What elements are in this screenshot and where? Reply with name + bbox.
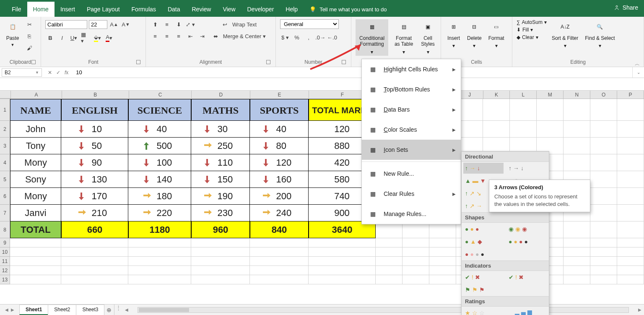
cell-value[interactable]: 210 <box>61 205 128 221</box>
cell-styles-button[interactable]: ▣ Cell Styles ▾ <box>419 19 436 56</box>
col-header-L[interactable]: L <box>510 91 537 99</box>
iconset-3-stars[interactable]: ★☆☆ <box>463 307 504 315</box>
cell[interactable] <box>590 266 617 275</box>
cell[interactable] <box>617 247 644 257</box>
cell-value[interactable]: 160 <box>250 171 309 188</box>
cell[interactable] <box>376 266 402 275</box>
iconset-3-flags[interactable]: ⚑⚑⚑ <box>463 284 504 295</box>
cell-total-col[interactable]: 960 <box>191 221 250 238</box>
share-button[interactable]: Share <box>613 4 638 11</box>
cell-value[interactable]: 100 <box>128 154 191 171</box>
cell[interactable] <box>309 275 376 284</box>
cell[interactable] <box>376 257 402 266</box>
find-select-button[interactable]: 🔍Find & Select ▾ <box>583 19 616 50</box>
cell[interactable] <box>128 266 191 275</box>
cf-manage-rules[interactable]: ▦Manage Rules... <box>362 204 461 224</box>
accounting-format-button[interactable]: $ ▾ <box>280 32 290 42</box>
iconset-3-arrows-colored[interactable]: ↑→↓ <box>463 163 504 174</box>
cell[interactable] <box>250 266 309 275</box>
cell-value[interactable]: 170 <box>61 188 128 205</box>
font-dialog-launcher[interactable] <box>136 60 140 64</box>
alignment-dialog-launcher[interactable] <box>266 60 270 64</box>
cell[interactable] <box>590 221 617 238</box>
cell[interactable] <box>61 247 128 257</box>
cell-value[interactable]: 140 <box>128 171 191 188</box>
row-header-9[interactable]: 9 <box>0 238 10 247</box>
col-header-A[interactable]: A <box>11 91 62 99</box>
sheet-tab-sheet3[interactable]: Sheet3 <box>76 305 104 315</box>
add-sheet-button[interactable]: ⊕ <box>104 307 114 313</box>
cell[interactable] <box>191 275 250 284</box>
tab-formulas[interactable]: Formulas <box>126 2 162 17</box>
cell[interactable] <box>10 238 61 247</box>
font-color-button[interactable]: A ▾ <box>104 33 114 43</box>
cell[interactable] <box>429 238 456 247</box>
cell-name[interactable]: John <box>10 121 61 138</box>
cell[interactable] <box>590 188 617 205</box>
cell[interactable] <box>10 266 61 275</box>
cell[interactable] <box>61 257 128 266</box>
iconset-3-arrows-gray[interactable]: ↑→↓ <box>507 163 547 174</box>
cell[interactable] <box>617 266 644 275</box>
table-header[interactable]: ENGLISH <box>61 99 128 121</box>
fill-button[interactable]: ⬇ Fill ▾ <box>517 27 547 33</box>
percent-format-button[interactable]: % <box>292 32 302 42</box>
cf-clear-rules[interactable]: ▦Clear Rules▶ <box>362 184 461 204</box>
cell-value[interactable]: 120 <box>250 154 309 171</box>
increase-indent-button[interactable]: ⇥ <box>197 31 207 41</box>
cf-menu-top-bottom-rules[interactable]: ▦Top/Bottom Rules▶ <box>362 79 461 99</box>
cell[interactable] <box>483 99 510 121</box>
format-cells-button[interactable]: ▭Format ▾ <box>487 19 506 50</box>
cell[interactable] <box>510 99 537 121</box>
font-size-input[interactable] <box>89 20 107 29</box>
cell[interactable] <box>128 247 191 257</box>
cell-value[interactable]: 150 <box>191 171 250 188</box>
cell-value[interactable]: 250 <box>191 138 250 154</box>
cf-menu-color-scales[interactable]: ▦Color Scales▶ <box>362 120 461 140</box>
iconset-3-signs[interactable]: ●▲◆ <box>463 236 504 247</box>
delete-cells-button[interactable]: ⊟Delete ▾ <box>465 19 483 50</box>
cell[interactable] <box>617 99 644 121</box>
iconset-4-rb[interactable]: ●●●● <box>463 249 504 260</box>
cell[interactable] <box>402 275 429 284</box>
cell-value[interactable]: 40 <box>250 121 309 138</box>
cell-value[interactable]: 230 <box>191 205 250 221</box>
tab-insert[interactable]: Insert <box>55 2 81 17</box>
cell[interactable] <box>128 238 191 247</box>
decrease-decimal-button[interactable]: ←.0 <box>327 32 337 42</box>
tab-help[interactable]: Help <box>280 2 304 17</box>
cf-menu-data-bars[interactable]: ▦Data Bars▶ <box>362 99 461 120</box>
cell[interactable] <box>128 257 191 266</box>
iconset-3-symbols[interactable]: ✔!✖ <box>507 272 547 283</box>
cell[interactable] <box>590 257 617 266</box>
cut-button[interactable]: ✂ <box>24 19 34 29</box>
cell[interactable] <box>250 247 309 257</box>
cf-new-rule[interactable]: ▦New Rule... <box>362 164 461 184</box>
tab-view[interactable]: View <box>217 2 241 17</box>
cell[interactable] <box>250 257 309 266</box>
cell[interactable] <box>617 257 644 266</box>
cell[interactable] <box>590 99 617 121</box>
cell-name[interactable]: Tony <box>10 138 61 154</box>
cell[interactable] <box>309 266 376 275</box>
cell[interactable] <box>617 138 644 154</box>
col-header-D[interactable]: D <box>192 91 250 99</box>
cell[interactable] <box>617 121 644 138</box>
sheet-nav-prev[interactable]: ◀ <box>5 307 8 312</box>
cell-name[interactable]: Sony <box>10 171 61 188</box>
cell[interactable] <box>617 205 644 221</box>
row-header-1[interactable]: 1 <box>0 99 10 121</box>
cell[interactable] <box>402 257 429 266</box>
row-header-11[interactable]: 11 <box>0 257 10 266</box>
cell[interactable] <box>617 238 644 247</box>
cf-menu-icon-sets[interactable]: ▦Icon Sets▶ <box>362 140 461 160</box>
clipboard-dialog-launcher[interactable] <box>31 60 36 64</box>
cell-value[interactable]: 50 <box>61 138 128 154</box>
decrease-font-button[interactable]: A▼ <box>121 19 131 29</box>
cell[interactable] <box>590 121 617 138</box>
cell[interactable] <box>483 121 510 138</box>
cell[interactable] <box>590 205 617 221</box>
sheet-tab-sheet2[interactable]: Sheet2 <box>48 305 76 315</box>
cell-value[interactable]: 80 <box>250 138 309 154</box>
underline-button[interactable]: U ▾ <box>69 33 79 43</box>
